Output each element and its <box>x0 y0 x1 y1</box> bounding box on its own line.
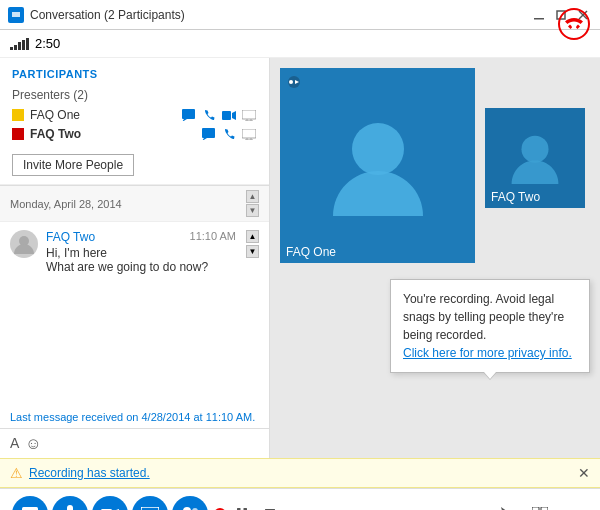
recording-tooltip: You're recording. Avoid legal snags by t… <box>390 279 590 373</box>
video-area: FAQ One FAQ Two <box>270 58 600 458</box>
participant-color-2 <box>12 128 24 140</box>
participant-row: FAQ One <box>12 108 257 122</box>
call-icon-2[interactable] <box>221 127 237 141</box>
screen-share-button[interactable] <box>132 496 168 511</box>
svg-point-21 <box>289 80 293 84</box>
end-call-button[interactable] <box>558 8 590 40</box>
svg-point-36 <box>183 507 191 511</box>
svg-rect-9 <box>242 110 256 119</box>
warning-icon: ⚠ <box>10 465 23 481</box>
pause-recording-button[interactable] <box>230 502 254 511</box>
chat-icon-1[interactable] <box>181 108 197 122</box>
right-toolbar-items <box>492 500 588 511</box>
svg-rect-41 <box>532 507 539 511</box>
stop-recording-button[interactable] <box>258 502 282 511</box>
participants-title: PARTICIPANTS <box>12 68 257 80</box>
svg-rect-15 <box>242 129 256 138</box>
chat-scroll-up[interactable]: ▲ <box>246 190 259 203</box>
tooltip-link[interactable]: Click here for more privacy info. <box>403 344 577 362</box>
record-icon <box>286 74 302 90</box>
chat-icon-2[interactable] <box>201 127 217 141</box>
participant-name-2: FAQ Two <box>30 127 201 141</box>
chat-section: Monday, April 28, 2014 ▲ ▼ <box>0 185 269 458</box>
invite-more-people-button[interactable]: Invite More People <box>12 154 134 176</box>
notification-close-button[interactable]: ✕ <box>578 465 590 481</box>
call-icon-1[interactable] <box>201 108 217 122</box>
recording-indicator <box>286 74 302 90</box>
chat-scroll-down[interactable]: ▼ <box>246 204 259 217</box>
participants-section: PARTICIPANTS Presenters (2) FAQ One <box>0 58 269 185</box>
chat-scroll-controls[interactable]: ▲ ▼ <box>246 190 259 217</box>
chat-input-area: A ☺ <box>0 428 269 458</box>
people-button[interactable] <box>172 496 208 511</box>
bottom-toolbar <box>0 488 600 510</box>
chat-bubble-1: FAQ Two 11:10 AM Hi, I'm here What are w… <box>46 230 236 274</box>
svg-rect-31 <box>141 507 159 511</box>
chat-button[interactable] <box>12 496 48 511</box>
participant-icons-1 <box>181 108 257 122</box>
chat-last-message[interactable]: Last message received on 4/28/2014 at 11… <box>0 408 269 428</box>
msg-scroll-up[interactable]: ▲ <box>246 230 259 243</box>
participant-color-1 <box>12 109 24 121</box>
main-content: PARTICIPANTS Presenters (2) FAQ One <box>0 58 600 458</box>
svg-marker-14 <box>202 138 207 140</box>
msg-scroll: ▲ ▼ <box>246 230 259 258</box>
signal-icon <box>10 38 29 50</box>
main-avatar-icon <box>328 111 428 221</box>
chat-text-line2: What are we going to do now? <box>46 260 236 274</box>
chat-time-1: 11:10 AM <box>190 230 236 244</box>
participant-icons-2 <box>201 127 257 141</box>
status-bar: 2:50 <box>0 30 600 58</box>
svg-rect-5 <box>182 109 195 119</box>
participant-name-1: FAQ One <box>30 108 181 122</box>
title-bar: Conversation (2 Participants) <box>0 0 600 30</box>
left-panel: PARTICIPANTS Presenters (2) FAQ One <box>0 58 270 458</box>
svg-rect-24 <box>22 507 38 511</box>
svg-rect-1 <box>534 18 544 20</box>
text-format-icon[interactable]: A <box>10 435 19 453</box>
presenters-label: Presenters (2) <box>12 88 257 102</box>
more-options-button[interactable] <box>560 500 588 511</box>
chat-date-bar: Monday, April 28, 2014 ▲ ▼ <box>0 186 269 222</box>
secondary-video-name: FAQ Two <box>491 190 540 204</box>
notification-text[interactable]: Recording has started. <box>29 466 150 480</box>
notification-bar: ⚠ Recording has started. ✕ <box>0 458 600 488</box>
microphone-button[interactable] <box>52 496 88 511</box>
svg-rect-13 <box>202 128 215 138</box>
chat-avatar-1 <box>10 230 38 258</box>
recording-controls <box>214 502 282 511</box>
participant-row-2: FAQ Two <box>12 127 257 141</box>
svg-point-22 <box>352 123 404 175</box>
minimize-button[interactable] <box>530 6 548 24</box>
camera-button[interactable] <box>92 496 128 511</box>
msg-scroll-down[interactable]: ▼ <box>246 245 259 258</box>
video-icon-1[interactable] <box>221 108 237 122</box>
chat-input-icons: A ☺ <box>10 435 42 453</box>
chat-sender-1[interactable]: FAQ Two <box>46 230 95 244</box>
call-time: 2:50 <box>35 36 60 51</box>
main-video-name: FAQ One <box>286 245 336 259</box>
secondary-avatar-icon <box>509 129 561 187</box>
screen-icon-1[interactable] <box>241 108 257 122</box>
app-icon <box>8 7 24 23</box>
window-title: Conversation (2 Participants) <box>30 8 530 22</box>
chat-text-line1: Hi, I'm here <box>46 246 236 260</box>
video-tile-secondary[interactable]: FAQ Two <box>485 108 585 208</box>
right-panel: FAQ One FAQ Two You're recording. Avoid … <box>270 58 600 458</box>
layout-button[interactable] <box>526 500 554 511</box>
cursor-icon <box>492 500 520 511</box>
screen-icon-2[interactable] <box>241 127 257 141</box>
chat-message-1: FAQ Two 11:10 AM Hi, I'm here What are w… <box>10 230 259 274</box>
svg-marker-6 <box>182 119 187 121</box>
video-tile-main[interactable]: FAQ One <box>280 68 475 263</box>
svg-marker-8 <box>232 111 236 120</box>
chat-date: Monday, April 28, 2014 <box>10 198 122 210</box>
emoji-icon[interactable]: ☺ <box>25 435 41 453</box>
chat-messages: FAQ Two 11:10 AM Hi, I'm here What are w… <box>0 222 269 408</box>
svg-point-23 <box>521 136 548 163</box>
svg-rect-26 <box>67 505 73 511</box>
svg-rect-7 <box>222 111 231 120</box>
svg-rect-42 <box>541 507 548 511</box>
